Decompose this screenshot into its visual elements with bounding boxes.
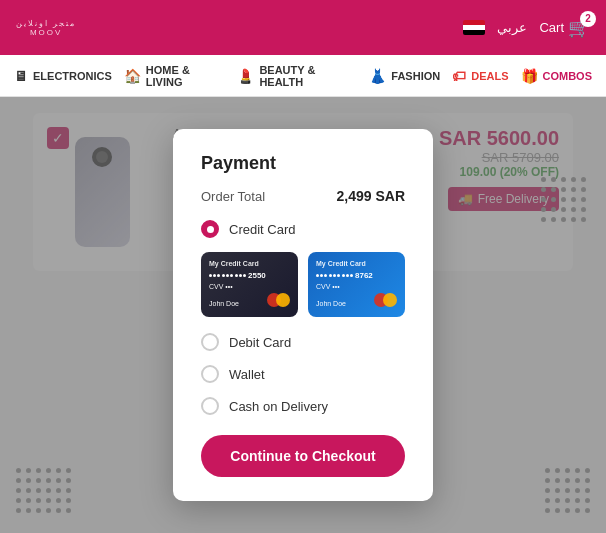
payment-option-credit-card[interactable]: Credit Card <box>201 220 405 238</box>
logo[interactable]: متجر اونلاين MOOV <box>16 19 76 37</box>
payment-option-cash[interactable]: Cash on Delivery <box>201 397 405 415</box>
logo-top-text: متجر اونلاين <box>16 19 76 28</box>
card-blue-label: My Credit Card <box>316 260 397 267</box>
radio-inner <box>207 226 214 233</box>
nav-home-living-label: HOME & LIVING <box>146 64 226 88</box>
order-total-row: Order Total 2,499 SAR <box>201 188 405 204</box>
mastercard-icon-blue <box>374 293 397 307</box>
header: متجر اونلاين MOOV عربي Cart 🛒 2 <box>0 0 606 55</box>
cart-label: Cart <box>539 20 564 35</box>
card-dark[interactable]: My Credit Card 2550 CVV ••• <box>201 252 298 317</box>
deals-icon: 🏷 <box>452 68 466 84</box>
fashion-icon: 👗 <box>369 68 386 84</box>
modal-overlay[interactable]: Payment Order Total 2,499 SAR Credit Car… <box>0 97 606 533</box>
home-living-icon: 🏠 <box>124 68 141 84</box>
modal-title: Payment <box>201 153 405 174</box>
order-total-label: Order Total <box>201 189 265 204</box>
payment-option-wallet[interactable]: Wallet <box>201 365 405 383</box>
nav-combos-label: COMBOS <box>543 70 593 82</box>
card-blue[interactable]: My Credit Card 8762 CVV ••• <box>308 252 405 317</box>
card-dark-number: 2550 <box>209 271 290 280</box>
radio-credit-card[interactable] <box>201 220 219 238</box>
card-blue-number: 8762 <box>316 271 397 280</box>
payment-modal: Payment Order Total 2,499 SAR Credit Car… <box>173 129 433 501</box>
radio-debit-card[interactable] <box>201 333 219 351</box>
cart-area[interactable]: Cart 🛒 2 <box>539 17 590 39</box>
flag-icon <box>463 20 485 35</box>
card-dark-bottom: John Doe <box>209 293 290 307</box>
nav-item-deals[interactable]: 🏷 DEALS <box>446 68 514 84</box>
card-blue-bottom: John Doe <box>316 293 397 307</box>
card-dark-label: My Credit Card <box>209 260 290 267</box>
payment-option-debit-card[interactable]: Debit Card <box>201 333 405 351</box>
radio-wallet[interactable] <box>201 365 219 383</box>
nav-item-electronics[interactable]: 🖥 ELECTRONICS <box>8 68 118 84</box>
main-content: ✓ Apple Apple iPho... In Stock (Limit...… <box>0 97 606 533</box>
logo-main-text: MOOV <box>16 28 76 37</box>
nav-fashion-label: FASHION <box>391 70 440 82</box>
cash-label: Cash on Delivery <box>229 399 328 414</box>
nav-electronics-label: ELECTRONICS <box>33 70 112 82</box>
beauty-health-icon: 💄 <box>237 68 254 84</box>
order-total-amount: 2,499 SAR <box>337 188 405 204</box>
card-blue-name: John Doe <box>316 300 346 307</box>
nav-deals-label: DEALS <box>471 70 508 82</box>
card-dark-last4: 2550 <box>248 271 266 280</box>
radio-cash[interactable] <box>201 397 219 415</box>
card-blue-last4: 8762 <box>355 271 373 280</box>
cards-row: My Credit Card 2550 CVV ••• <box>201 252 405 317</box>
arabic-label[interactable]: عربي <box>497 20 527 35</box>
checkout-button[interactable]: Continue to Checkout <box>201 435 405 477</box>
debit-card-label: Debit Card <box>229 335 291 350</box>
card-dark-cvv: CVV ••• <box>209 283 290 290</box>
nav-item-combos[interactable]: 🎁 COMBOS <box>515 68 599 84</box>
nav: 🖥 ELECTRONICS 🏠 HOME & LIVING 💄 BEAUTY &… <box>0 55 606 97</box>
cart-badge: 2 <box>580 11 596 27</box>
nav-item-home-living[interactable]: 🏠 HOME & LIVING <box>118 64 232 88</box>
credit-card-label: Credit Card <box>229 222 295 237</box>
header-right: عربي Cart 🛒 2 <box>463 17 590 39</box>
nav-beauty-health-label: BEAUTY & HEALTH <box>259 64 357 88</box>
nav-item-beauty-health[interactable]: 💄 BEAUTY & HEALTH <box>231 64 363 88</box>
wallet-label: Wallet <box>229 367 265 382</box>
mastercard-icon <box>267 293 290 307</box>
card-blue-cvv: CVV ••• <box>316 283 397 290</box>
combos-icon: 🎁 <box>521 68 538 84</box>
nav-item-fashion[interactable]: 👗 FASHION <box>363 68 446 84</box>
card-dark-name: John Doe <box>209 300 239 307</box>
electronics-icon: 🖥 <box>14 68 28 84</box>
